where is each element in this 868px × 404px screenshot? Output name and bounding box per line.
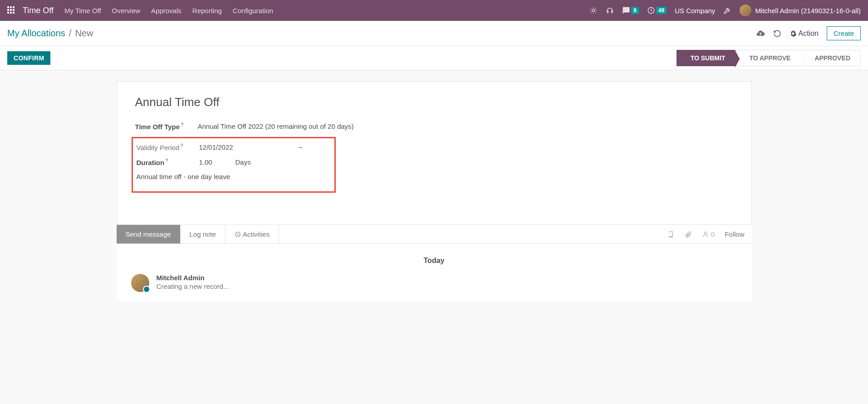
top-navbar: Time Off My Time Off Overview Approvals … — [0, 0, 868, 21]
bug-icon[interactable] — [589, 6, 598, 15]
support-icon[interactable] — [606, 6, 614, 15]
label-validity: Validity Period? — [137, 143, 199, 151]
tab-send-message[interactable]: Send message — [117, 225, 181, 243]
chatter: Send message Log note Activities 0 Follo… — [117, 225, 752, 301]
messages-badge: 6 — [631, 7, 639, 14]
chatter-wrap: Send message Log note Activities 0 Follo… — [0, 225, 868, 301]
messages-icon[interactable]: 6 — [622, 6, 639, 15]
breadcrumb: My Allocations / New — [7, 28, 93, 39]
nav-configuration[interactable]: Configuration — [233, 7, 273, 15]
nav-links: My Time Off Overview Approvals Reporting… — [64, 7, 273, 15]
value-time-off-type: Annual Time Off 2022 (20 remaining out o… — [198, 122, 354, 130]
status-to-approve[interactable]: TO APPROVE — [736, 50, 801, 66]
activities-badge: 49 — [656, 7, 667, 14]
form-title: Annual Time Off — [135, 95, 733, 109]
help-icon[interactable]: ? — [165, 158, 168, 163]
row-notes: Annual time off - one day leave — [133, 173, 331, 180]
apps-icon[interactable] — [7, 6, 15, 15]
value-validity-from: 12/01/2022 — [199, 143, 233, 151]
create-button[interactable]: Create — [827, 26, 861, 40]
app-brand[interactable]: Time Off — [23, 6, 54, 15]
form-sheet: Annual Time Off Time Off Type? Annual Ti… — [117, 81, 752, 225]
book-icon[interactable] — [667, 231, 675, 238]
status-approved[interactable]: APPROVED — [801, 50, 861, 66]
avatar — [740, 5, 751, 16]
discard-icon[interactable] — [773, 29, 781, 38]
svg-point-3 — [704, 232, 706, 234]
form-container: Annual Time Off Time Off Type? Annual Ti… — [0, 70, 868, 225]
label-duration: Duration? — [137, 158, 199, 166]
chatter-body: Today Mitchell Admin Creating a new reco… — [117, 244, 752, 301]
user-name: Mitchell Admin (21490321-16-0-all) — [755, 7, 861, 15]
chatter-tabs: Send message Log note Activities 0 Follo… — [117, 225, 752, 244]
followers-button[interactable]: 0 — [702, 230, 715, 238]
tab-activities[interactable]: Activities — [225, 225, 279, 243]
confirm-button[interactable]: CONFIRM — [7, 51, 50, 65]
follower-count: 0 — [711, 230, 715, 238]
row-validity: Validity Period? 12/01/2022 → — [133, 143, 331, 151]
message-author: Mitchell Admin — [157, 274, 229, 282]
message: Mitchell Admin Creating a new record... — [124, 274, 745, 292]
row-duration: Duration? 1.00 Days — [133, 158, 331, 166]
status-steps: TO SUBMIT TO APPROVE APPROVED — [677, 50, 861, 66]
breadcrumb-parent[interactable]: My Allocations — [7, 28, 65, 39]
nav-my-time-off[interactable]: My Time Off — [64, 7, 101, 15]
tab-log-note[interactable]: Log note — [181, 225, 225, 243]
company-switcher[interactable]: US Company — [675, 7, 715, 15]
breadcrumb-current: New — [75, 28, 93, 39]
avatar — [131, 274, 149, 292]
nav-approvals[interactable]: Approvals — [151, 7, 181, 15]
action-button[interactable]: Action — [790, 29, 819, 38]
action-label: Action — [799, 29, 819, 38]
chatter-icons: 0 Follow — [667, 230, 752, 238]
attachment-icon[interactable] — [685, 231, 692, 238]
message-body: Creating a new record... — [157, 282, 229, 290]
help-icon[interactable]: ? — [181, 122, 183, 127]
status-bar: CONFIRM TO SUBMIT TO APPROVE APPROVED — [0, 46, 868, 70]
nav-overview[interactable]: Overview — [112, 7, 141, 15]
cloud-upload-icon[interactable] — [756, 29, 765, 38]
nav-reporting[interactable]: Reporting — [192, 7, 222, 15]
follow-button[interactable]: Follow — [725, 230, 744, 238]
activities-icon[interactable]: 49 — [647, 6, 667, 15]
value-duration-unit: Days — [235, 158, 251, 166]
value-duration: 1.00 — [199, 158, 235, 166]
control-panel: My Allocations / New Action Create — [0, 21, 868, 46]
arrow-right-icon: → — [297, 143, 304, 151]
day-separator: Today — [124, 257, 745, 265]
row-time-off-type: Time Off Type? Annual Time Off 2022 (20 … — [135, 122, 733, 131]
breadcrumb-sep: / — [69, 28, 72, 39]
user-menu[interactable]: Mitchell Admin (21490321-16-0-all) — [740, 5, 861, 16]
label-time-off-type: Time Off Type? — [135, 122, 198, 131]
svg-point-0 — [592, 9, 595, 12]
tools-icon[interactable] — [723, 6, 731, 15]
help-icon[interactable]: ? — [180, 143, 183, 148]
systray: 6 49 US Company Mitchell Admin (21490321… — [589, 5, 861, 16]
status-to-submit[interactable]: TO SUBMIT — [677, 50, 736, 66]
notes-text: Annual time off - one day leave — [137, 173, 230, 180]
highlight-box: Validity Period? 12/01/2022 → Duration? … — [132, 137, 336, 193]
